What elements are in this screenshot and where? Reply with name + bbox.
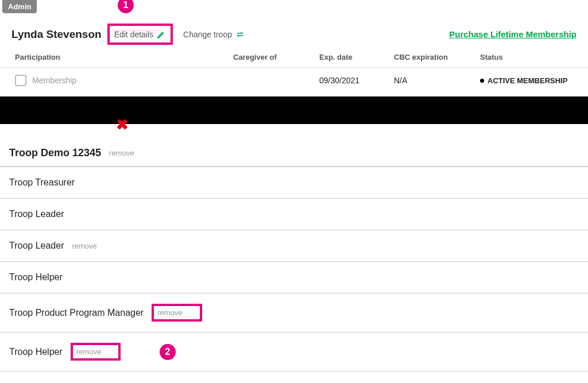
member-header: 1 Lynda Stevenson Edit details Change tr… — [0, 13, 588, 47]
col-participation: Participation — [15, 53, 233, 61]
role-row: Troop Leader — [0, 199, 588, 230]
role-row: Troop Helperremove2 — [0, 332, 588, 372]
role-row: Troop Treasurer — [0, 167, 588, 199]
admin-badge: Admin — [2, 0, 37, 13]
role-remove-link[interactable]: remove — [76, 347, 101, 356]
troop-title: Troop Demo 12345 — [9, 147, 101, 159]
cbc-value: N/A — [394, 76, 480, 85]
edit-details-label: Edit details — [114, 30, 153, 39]
participation-checkbox[interactable] — [15, 75, 26, 86]
purchase-lifetime-link[interactable]: Purchase Lifetime Membership — [449, 29, 577, 39]
exp-value: 09/30/2021 — [319, 76, 394, 85]
role-remove-link[interactable]: remove — [72, 242, 96, 250]
status-dot-icon — [480, 79, 484, 83]
role-row: Troop Product Program Managerremove — [0, 293, 588, 332]
role-name: Troop Treasurer — [9, 177, 75, 188]
status-cell: ACTIVE MEMBERSHIP — [480, 76, 573, 85]
change-troop-button[interactable]: Change troop — [179, 26, 249, 42]
participation-label: Membership — [32, 76, 76, 85]
col-caregiver: Caregiver of — [233, 53, 319, 61]
troop-header: Troop Demo 12345 remove — [0, 141, 588, 167]
annotation-1: 1 — [118, 0, 134, 13]
remove-highlight-box: remove — [152, 304, 202, 322]
troop-section: ✖ Troop Demo 12345 remove Troop Treasure… — [0, 124, 588, 372]
role-remove-link[interactable]: remove — [157, 308, 182, 317]
divider-bar — [0, 96, 588, 124]
role-row: Troop Leaderremove — [0, 230, 588, 262]
participation-table-header: Participation Caregiver of Exp. date CBC… — [0, 47, 588, 68]
edit-details-button[interactable]: Edit details — [107, 24, 173, 45]
annotation-2: 2 — [160, 344, 176, 360]
role-name: Troop Leader — [9, 241, 64, 251]
role-name: Troop Leader — [9, 209, 64, 219]
role-name: Troop Helper — [9, 347, 63, 357]
role-name: Troop Product Program Manager — [9, 308, 144, 318]
status-value: ACTIVE MEMBERSHIP — [488, 76, 567, 85]
col-exp: Exp. date — [319, 53, 394, 61]
pencil-icon — [157, 29, 166, 39]
table-row: Membership 09/30/2021 N/A ACTIVE MEMBERS… — [0, 68, 588, 93]
x-annotation-icon: ✖ — [116, 116, 129, 134]
change-troop-label: Change troop — [183, 30, 232, 39]
remove-highlight-box: remove — [71, 343, 121, 361]
col-cbc: CBC expiration — [394, 53, 480, 61]
role-name: Troop Helper — [9, 272, 63, 283]
member-name: Lynda Stevenson — [11, 28, 102, 41]
troop-remove-link[interactable]: remove — [109, 149, 134, 157]
col-status: Status — [480, 53, 573, 61]
swap-icon — [235, 29, 245, 39]
role-row: Troop Helper — [0, 262, 588, 293]
